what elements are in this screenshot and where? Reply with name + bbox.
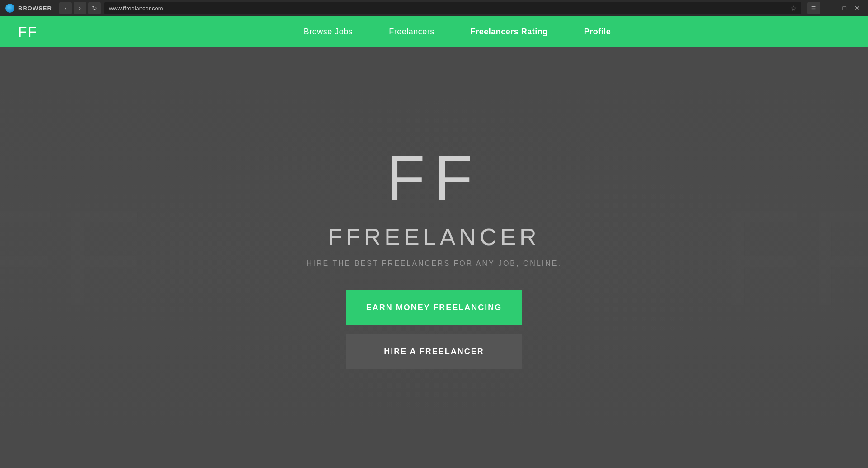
browser-title: BROWSER <box>18 5 52 12</box>
hero-content: FF FFREELANCER HIRE THE BEST FREELANCERS… <box>307 147 561 369</box>
nav-profile[interactable]: Profile <box>584 27 611 37</box>
forward-button[interactable]: › <box>74 2 86 14</box>
right-watermark: FF <box>720 180 868 336</box>
window-controls: — □ ✕ <box>826 4 863 13</box>
nav-freelancers[interactable]: Freelancers <box>389 27 434 37</box>
minimize-button[interactable]: — <box>826 4 837 13</box>
refresh-button[interactable]: ↻ <box>88 2 101 14</box>
back-button[interactable]: ‹ <box>59 2 72 14</box>
hero-title: FFREELANCER <box>328 223 540 251</box>
hero-subtitle: HIRE THE BEST FREELANCERS FOR ANY JOB, O… <box>307 260 561 268</box>
browser-icon <box>5 4 14 13</box>
browser-menu-button[interactable]: ≡ <box>807 2 820 14</box>
hire-freelancer-button[interactable]: HIRE A FREELANCER <box>346 334 522 369</box>
nav-browse-jobs[interactable]: Browse Jobs <box>304 27 353 37</box>
nav-freelancers-rating[interactable]: Freelancers Rating <box>471 27 548 37</box>
address-bar-container: ☆ <box>104 2 801 14</box>
browser-controls: ‹ › ↻ <box>59 2 101 14</box>
nav-links: Browse Jobs Freelancers Freelancers Rati… <box>65 27 850 37</box>
navbar: FF Browse Jobs Freelancers Freelancers R… <box>0 16 868 47</box>
hero-logo: FF <box>386 147 481 210</box>
left-watermark: FF <box>0 180 148 336</box>
close-button[interactable]: ✕ <box>852 4 863 13</box>
address-bar[interactable] <box>109 5 787 12</box>
browser-chrome: BROWSER ‹ › ↻ ☆ ≡ — □ ✕ <box>0 0 868 16</box>
website: FF Browse Jobs Freelancers Freelancers R… <box>0 16 868 468</box>
maximize-button[interactable]: □ <box>840 4 849 13</box>
earn-money-button[interactable]: EARN MONEY FREELANCING <box>346 290 522 325</box>
hero-section: FF FF FF FFREELANCER HIRE THE BEST FREEL… <box>0 47 868 468</box>
nav-logo[interactable]: FF <box>18 24 38 40</box>
bookmark-button[interactable]: ☆ <box>790 4 797 13</box>
browser-titlebar: BROWSER ‹ › ↻ ☆ ≡ — □ ✕ <box>0 0 868 16</box>
